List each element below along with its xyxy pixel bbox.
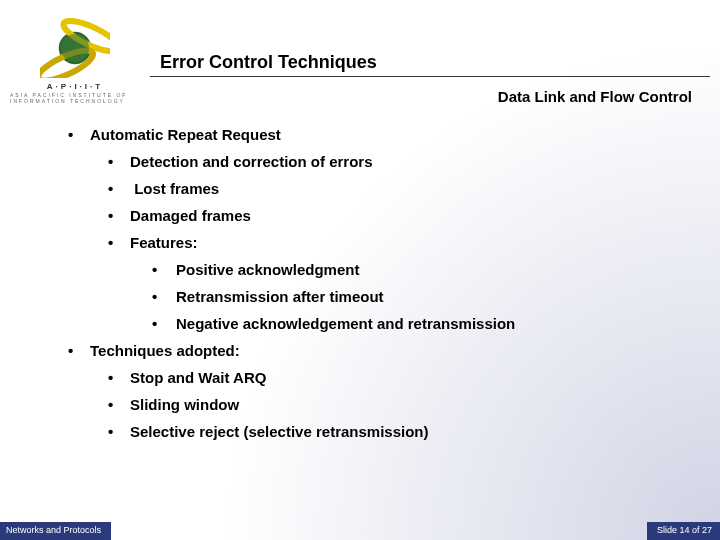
slide-content: Automatic Repeat Request Detection and c… — [68, 118, 688, 448]
logo-subtext: ASIA PACIFIC INSTITUTE OF INFORMATION TE… — [10, 92, 140, 104]
bullet-lvl1: Stop and Wait ARQ — [108, 367, 688, 388]
logo-text: A·P·I·I·T — [47, 82, 103, 91]
bullet-text: Negative acknowledgement and retransmiss… — [176, 315, 515, 332]
bullet-lvl2: Negative acknowledgement and retransmiss… — [152, 313, 688, 334]
bullet-lvl1: Selective reject (selective retransmissi… — [108, 421, 688, 442]
bullet-lvl1: Lost frames — [108, 178, 688, 199]
bullet-lvl0: Techniques adopted: Stop and Wait ARQ Sl… — [68, 340, 688, 442]
bullet-lvl1: Sliding window — [108, 394, 688, 415]
bullet-lvl2: Positive acknowledgment — [152, 259, 688, 280]
bullet-text: Detection and correction of errors — [130, 153, 373, 170]
bullet-lvl1: Features: Positive acknowledgment Retran… — [108, 232, 688, 334]
footer-left: Networks and Protocols — [0, 522, 111, 540]
svg-point-4 — [61, 34, 89, 62]
logo: A·P·I·I·T ASIA PACIFIC INSTITUTE OF INFO… — [10, 18, 140, 110]
bullet-text: Automatic Repeat Request — [90, 126, 281, 143]
bullet-lvl2: Retransmission after timeout — [152, 286, 688, 307]
bullet-text: Retransmission after timeout — [176, 288, 384, 305]
footer-right: Slide 14 of 27 — [647, 522, 720, 540]
slide-subtitle: Data Link and Flow Control — [498, 88, 692, 105]
bullet-lvl1: Damaged frames — [108, 205, 688, 226]
bullet-text: Lost frames — [130, 180, 219, 197]
title-divider — [150, 76, 710, 77]
bullet-text: Features: — [130, 234, 198, 251]
bullet-text: Stop and Wait ARQ — [130, 369, 266, 386]
bullet-lvl1: Detection and correction of errors — [108, 151, 688, 172]
bullet-text: Positive acknowledgment — [176, 261, 359, 278]
bullet-text: Damaged frames — [130, 207, 251, 224]
bullet-lvl0: Automatic Repeat Request Detection and c… — [68, 124, 688, 334]
bullet-text: Techniques adopted: — [90, 342, 240, 359]
bullet-text: Sliding window — [130, 396, 239, 413]
slide-title: Error Control Techniques — [160, 52, 377, 73]
globe-icon — [40, 18, 110, 78]
bullet-text: Selective reject (selective retransmissi… — [130, 423, 429, 440]
slide: A·P·I·I·T ASIA PACIFIC INSTITUTE OF INFO… — [0, 0, 720, 540]
